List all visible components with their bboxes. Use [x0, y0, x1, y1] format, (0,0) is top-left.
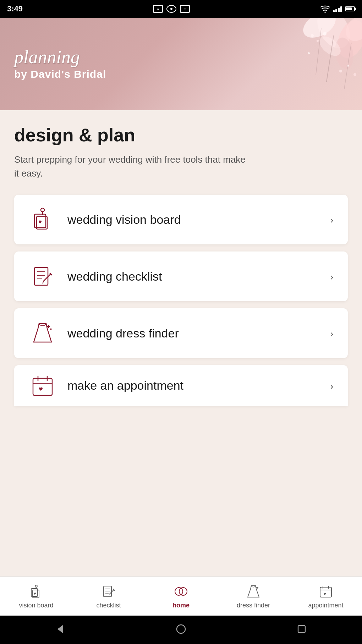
- menu-item-dress-finder[interactable]: wedding dress finder ›: [14, 308, 348, 358]
- svg-point-7: [311, 34, 314, 37]
- menu-item-appointment[interactable]: make an appointment ›: [14, 365, 348, 406]
- svg-point-1: [311, 18, 356, 54]
- chevron-right-checklist: ›: [330, 270, 334, 282]
- vision-board-icon: [28, 205, 57, 234]
- svg-point-36: [35, 585, 37, 587]
- android-back-button[interactable]: [53, 622, 67, 638]
- signal-icon: [333, 6, 342, 12]
- menu-item-left-appointment: make an appointment: [28, 372, 183, 400]
- svg-point-13: [308, 52, 310, 54]
- svg-point-12: [353, 73, 356, 76]
- menu-item-checklist[interactable]: wedding checklist ›: [14, 251, 348, 301]
- status-bar: 3:49 A ● ≡: [0, 0, 362, 18]
- svg-rect-40: [104, 586, 111, 597]
- svg-point-6: [316, 33, 344, 60]
- page-title: design & plan: [14, 124, 348, 146]
- nav-dress-label: dress finder: [237, 602, 270, 609]
- svg-point-2: [333, 18, 362, 62]
- svg-point-4: [333, 36, 356, 70]
- nav-vision-board-label: vision board: [19, 602, 53, 609]
- menu-item-left-checklist: wedding checklist: [28, 262, 162, 291]
- icon-c: ≡: [180, 5, 190, 13]
- svg-rect-32: [33, 378, 52, 395]
- icon-a: A: [153, 5, 163, 13]
- svg-point-0: [324, 12, 326, 13]
- vision-board-label: wedding vision board: [67, 213, 181, 227]
- nav-item-home[interactable]: home: [145, 584, 217, 609]
- nav-item-dress-finder[interactable]: dress finder: [217, 584, 290, 609]
- nav-home-label: home: [172, 602, 190, 609]
- logo-subtitle: by David's Bridal: [14, 68, 106, 80]
- nav-item-checklist[interactable]: checklist: [72, 584, 145, 609]
- svg-line-16: [316, 28, 321, 75]
- svg-point-3: [299, 18, 340, 43]
- svg-line-27: [43, 281, 44, 283]
- appointment-label: make an appointment: [67, 379, 183, 393]
- status-time: 3:49: [7, 4, 23, 13]
- svg-point-11: [347, 65, 349, 67]
- bottom-nav: vision board checklist home: [0, 577, 362, 616]
- svg-rect-56: [298, 626, 305, 633]
- menu-item-vision-board[interactable]: wedding vision board ›: [14, 195, 348, 244]
- svg-rect-21: [34, 267, 48, 285]
- status-right-icons: [320, 5, 355, 13]
- svg-point-8: [317, 40, 319, 42]
- menu-item-left: wedding vision board: [28, 205, 181, 234]
- svg-point-17: [41, 208, 44, 212]
- icon-b: ●: [166, 5, 176, 13]
- android-recents-button[interactable]: [295, 622, 309, 638]
- page-subtitle: Start prepping for your wedding with fre…: [14, 153, 248, 180]
- android-nav-bar: [0, 616, 362, 644]
- chevron-right-dress: ›: [330, 327, 334, 339]
- menu-list: wedding vision board ›: [14, 195, 348, 406]
- nav-home-icon: [172, 584, 190, 600]
- battery-icon: [345, 6, 355, 11]
- svg-line-14: [327, 36, 334, 82]
- dress-finder-label: wedding dress finder: [67, 326, 179, 340]
- dress-finder-icon: [28, 319, 57, 347]
- chevron-right-vision-board: ›: [330, 213, 334, 226]
- nav-checklist-icon: [100, 584, 117, 600]
- android-home-button[interactable]: [174, 622, 188, 638]
- wifi-icon: [320, 5, 330, 13]
- main-content: design & plan Start prepping for your we…: [0, 110, 362, 413]
- menu-item-left-dress: wedding dress finder: [28, 319, 179, 347]
- appointment-icon: [28, 372, 57, 400]
- svg-point-10: [339, 70, 342, 72]
- nav-vision-board-icon: [27, 584, 45, 600]
- status-icons: A ● ≡: [153, 5, 190, 13]
- checklist-label: wedding checklist: [67, 270, 162, 283]
- checklist-icon: [28, 262, 57, 291]
- floral-decoration: [220, 18, 362, 110]
- svg-rect-50: [320, 587, 331, 597]
- logo-script: planning: [14, 48, 106, 66]
- nav-appointment-icon: [317, 584, 335, 600]
- nav-item-appointment[interactable]: appointment: [290, 584, 362, 609]
- chevron-right-appointment: ›: [330, 380, 334, 392]
- nav-dress-icon: [245, 584, 262, 600]
- svg-marker-54: [57, 625, 63, 633]
- nav-appointment-label: appointment: [308, 602, 343, 609]
- nav-checklist-label: checklist: [96, 602, 121, 609]
- header-logo: planning by David's Bridal: [14, 48, 106, 80]
- svg-point-9: [323, 32, 327, 36]
- svg-line-15: [344, 43, 351, 89]
- header-banner: planning by David's Bridal: [0, 18, 362, 110]
- svg-point-55: [177, 625, 185, 633]
- nav-item-vision-board[interactable]: vision board: [0, 584, 72, 609]
- svg-point-5: [341, 18, 362, 46]
